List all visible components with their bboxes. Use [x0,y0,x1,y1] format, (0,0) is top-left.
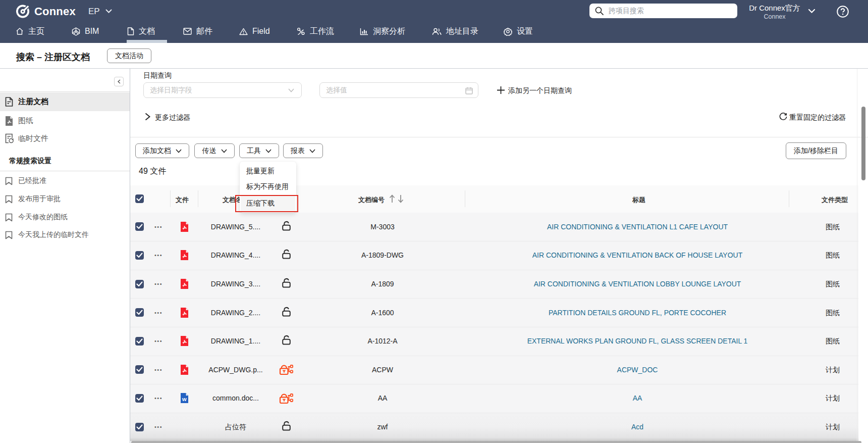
svg-text:W: W [182,397,186,402]
